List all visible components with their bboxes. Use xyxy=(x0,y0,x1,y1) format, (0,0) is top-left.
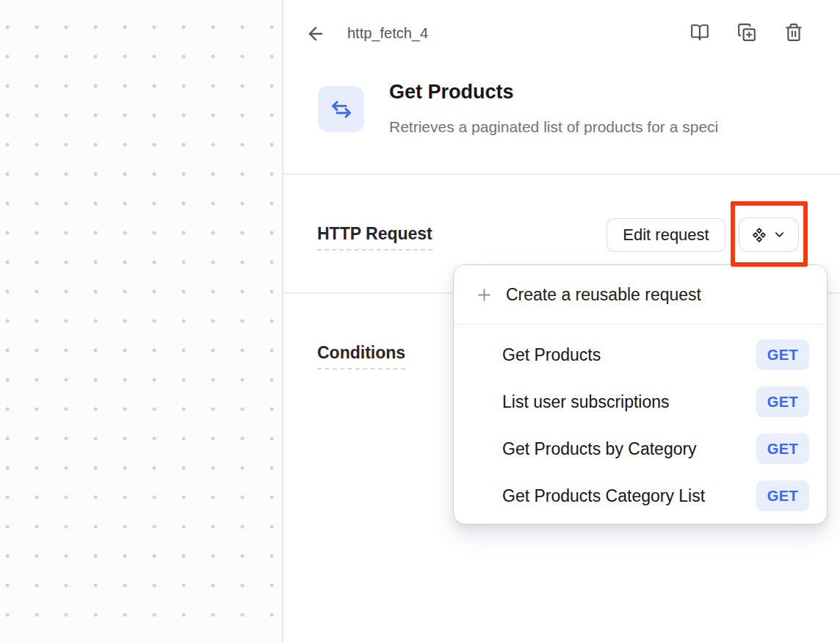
conditions-label: Conditions xyxy=(317,343,405,369)
method-badge: GET xyxy=(756,386,809,417)
swap-arrows-icon xyxy=(330,98,353,121)
menu-item-list-user-subscriptions[interactable]: List user subscriptions GET xyxy=(454,378,827,425)
back-button[interactable] xyxy=(305,23,327,45)
node-title: Get Products xyxy=(389,81,514,104)
menu-item-get-products-category-list[interactable]: Get Products Category List GET xyxy=(454,472,827,519)
method-badge: GET xyxy=(756,480,809,511)
book-open-icon xyxy=(690,23,709,42)
arrow-left-icon xyxy=(305,24,327,44)
menu-item-label: List user subscriptions xyxy=(502,392,670,412)
menu-item-label: Get Products by Category xyxy=(502,439,697,459)
reusable-request-picker-button[interactable] xyxy=(739,217,799,252)
plus-icon xyxy=(475,286,493,304)
node-id-label: http_fetch_4 xyxy=(347,25,428,42)
docs-button[interactable] xyxy=(690,23,709,42)
header-actions xyxy=(690,23,803,42)
menu-item-get-products[interactable]: Get Products GET xyxy=(454,331,827,378)
reusable-request-dropdown-menu: Create a reusable request Get Products G… xyxy=(453,264,828,524)
menu-item-get-products-by-category[interactable]: Get Products by Category GET xyxy=(454,425,827,472)
create-reusable-request-item[interactable]: Create a reusable request xyxy=(454,265,827,325)
duplicate-button[interactable] xyxy=(737,23,756,42)
method-badge: GET xyxy=(756,339,809,370)
http-request-label: HTTP Request xyxy=(317,224,432,250)
copy-plus-icon xyxy=(737,23,756,42)
delete-button[interactable] xyxy=(784,23,803,42)
chevron-down-icon xyxy=(772,228,786,242)
method-badge: GET xyxy=(756,433,809,464)
component-icon xyxy=(751,227,767,243)
workflow-canvas[interactable] xyxy=(0,0,282,642)
edit-request-button[interactable]: Edit request xyxy=(607,218,725,252)
node-description: Retrieves a paginated list of products f… xyxy=(389,118,840,136)
reusable-request-list: Get Products GET List user subscriptions… xyxy=(454,325,827,519)
menu-item-label: Create a reusable request xyxy=(506,285,701,305)
node-type-icon-box xyxy=(318,86,364,132)
menu-item-label: Get Products xyxy=(502,345,601,365)
menu-item-label: Get Products Category List xyxy=(502,486,705,506)
trash-icon xyxy=(784,23,803,42)
section-divider xyxy=(283,173,840,175)
